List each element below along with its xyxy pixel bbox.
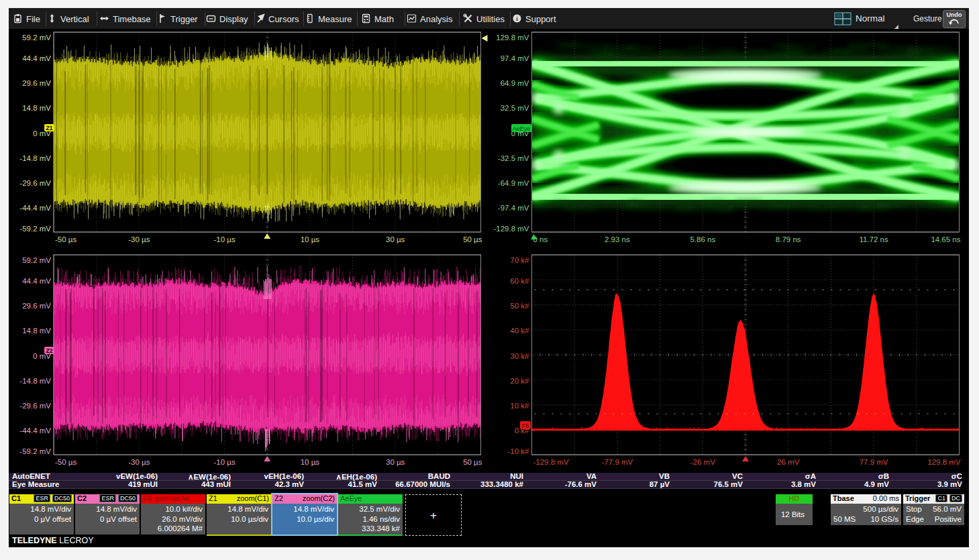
svg-text:-50 µs: -50 µs <box>55 235 76 243</box>
svg-text:-59.2 mV: -59.2 mV <box>19 447 51 455</box>
svg-text:-64.9 mV: -64.9 mV <box>498 179 529 187</box>
svg-text:-77.9 mV: -77.9 mV <box>602 458 633 466</box>
svg-text:44.4 mV: 44.4 mV <box>22 277 51 285</box>
svg-text:-50 µs: -50 µs <box>55 458 76 466</box>
svg-text:129.8 mV: 129.8 mV <box>927 458 961 466</box>
svg-text:14.8 mV: 14.8 mV <box>22 327 51 335</box>
svg-text:AeEye: AeEye <box>513 125 531 132</box>
svg-text:14.65 ns: 14.65 ns <box>931 235 960 243</box>
svg-text:10 µs: 10 µs <box>301 458 320 466</box>
svg-text:40 k#: 40 k# <box>510 327 529 335</box>
svg-text:50 k#: 50 k# <box>510 302 529 310</box>
svg-text:14.8 mV: 14.8 mV <box>22 104 51 112</box>
svg-text:-44.4 mV: -44.4 mV <box>19 204 51 212</box>
svg-text:-10 k#: -10 k# <box>508 447 530 455</box>
svg-text:59.2 mV: 59.2 mV <box>22 256 51 264</box>
svg-text:70 k#: 70 k# <box>510 256 529 264</box>
svg-text:10 k#: 10 k# <box>510 402 529 410</box>
svg-text:8.79 ns: 8.79 ns <box>776 235 801 243</box>
svg-text:5.86 ns: 5.86 ns <box>690 235 715 243</box>
svg-text:20 k#: 20 k# <box>510 377 529 385</box>
svg-text:-59.2 mV: -59.2 mV <box>19 225 51 233</box>
svg-text:Z1: Z1 <box>46 125 53 131</box>
svg-text:64.9 mV: 64.9 mV <box>501 79 529 87</box>
svg-text:97.4 mV: 97.4 mV <box>501 54 529 62</box>
svg-text:-26 mV: -26 mV <box>690 458 715 466</box>
svg-text:-29.6 mV: -29.6 mV <box>19 179 51 187</box>
svg-text:50 µs: 50 µs <box>463 458 482 466</box>
svg-text:30 k#: 30 k# <box>510 352 529 360</box>
svg-text:30 µs: 30 µs <box>386 235 405 243</box>
svg-text:-129.8 mV: -129.8 mV <box>533 458 569 466</box>
svg-text:-10 µs: -10 µs <box>213 235 235 243</box>
svg-text:-30 µs: -30 µs <box>128 235 150 243</box>
svg-text:F6: F6 <box>522 423 529 429</box>
svg-text:-10 µs: -10 µs <box>213 458 235 466</box>
svg-text:59.2 mV: 59.2 mV <box>22 34 51 42</box>
svg-text:-32.5 mV: -32.5 mV <box>498 154 529 162</box>
svg-text:29.6 mV: 29.6 mV <box>22 79 51 87</box>
svg-text:77.9 mV: 77.9 mV <box>860 458 888 466</box>
svg-text:11.72 ns: 11.72 ns <box>859 235 888 243</box>
svg-text:-14.8 mV: -14.8 mV <box>19 377 51 385</box>
svg-text:-29.6 mV: -29.6 mV <box>19 402 51 410</box>
svg-text:44.4 mV: 44.4 mV <box>22 54 51 62</box>
svg-text:129.8 mV: 129.8 mV <box>496 34 529 42</box>
svg-text:50 µs: 50 µs <box>463 235 482 243</box>
svg-text:30 µs: 30 µs <box>386 458 405 466</box>
svg-text:-14.8 mV: -14.8 mV <box>19 154 51 162</box>
svg-text:29.6 mV: 29.6 mV <box>22 302 51 310</box>
svg-text:2.93 ns: 2.93 ns <box>605 235 630 243</box>
svg-text:Z2: Z2 <box>46 347 53 354</box>
svg-text:-97.4 mV: -97.4 mV <box>498 204 529 212</box>
svg-text:-30 µs: -30 µs <box>128 458 150 466</box>
svg-text:26 mV: 26 mV <box>777 458 800 466</box>
svg-text:-129.8 mV: -129.8 mV <box>493 225 529 233</box>
svg-text:-44.4 mV: -44.4 mV <box>19 427 51 435</box>
svg-text:32.5 mV: 32.5 mV <box>501 104 529 112</box>
svg-text:60 k#: 60 k# <box>510 277 529 285</box>
svg-text:10 µs: 10 µs <box>301 235 320 243</box>
